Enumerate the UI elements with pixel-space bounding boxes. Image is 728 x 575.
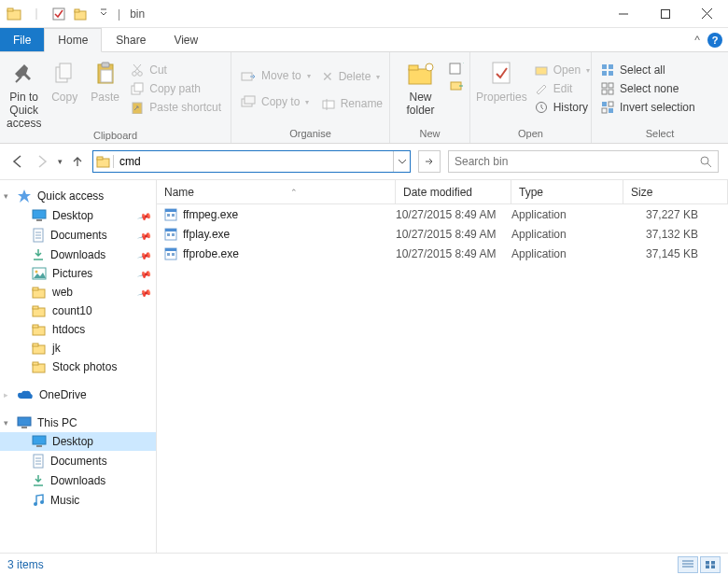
pin-icon: 📌 (137, 228, 152, 243)
svg-point-83 (40, 500, 44, 504)
edit-button[interactable]: Edit (531, 80, 594, 97)
new-item-icon[interactable]: ＊ (449, 62, 464, 75)
music-icon (32, 493, 45, 508)
copy-path-button[interactable]: Copy path (127, 80, 225, 97)
svg-rect-45 (609, 90, 613, 94)
sidebar-item-web[interactable]: web📌 (0, 283, 156, 302)
file-row[interactable]: ffplay.exe10/27/2015 8:49 AMApplication3… (157, 224, 728, 244)
sidebar-item-count10[interactable]: count10 (0, 302, 156, 320)
exe-icon (164, 247, 177, 260)
maximize-button[interactable] (644, 1, 686, 27)
sidebar-item-pictures[interactable]: Pictures📌 (0, 264, 156, 283)
svg-rect-95 (172, 253, 175, 256)
file-list: Name⌃ Date modified Type Size ffmpeg.exe… (157, 180, 728, 553)
qat-newfolder-icon[interactable] (71, 4, 91, 24)
sidebar-item-downloads[interactable]: Downloads (0, 471, 156, 490)
expander-icon[interactable]: ▸ (4, 390, 8, 400)
sidebar-onedrive[interactable]: ▸OneDrive (0, 386, 156, 404)
expander-icon[interactable]: ▾ (4, 191, 8, 201)
move-to-button[interactable]: Move to▾ (237, 67, 315, 84)
rename-button[interactable]: Rename (318, 95, 386, 112)
column-type[interactable]: Type (511, 180, 623, 203)
sidebar-item-desktop[interactable]: Desktop (0, 432, 156, 451)
qat-properties-icon[interactable] (49, 4, 69, 24)
navigation-pane[interactable]: ▾Quick access Desktop📌Documents📌Download… (0, 180, 157, 553)
sidebar-quick-access[interactable]: ▾Quick access (0, 186, 156, 206)
view-large-icons-button[interactable] (700, 556, 721, 573)
address-folder-icon[interactable] (93, 155, 114, 168)
ribbon: Pin to Quick access Copy Paste Cut Copy … (0, 52, 728, 144)
pin-icon: 📌 (137, 285, 152, 300)
column-headers[interactable]: Name⌃ Date modified Type Size (157, 180, 728, 204)
tab-share[interactable]: Share (102, 28, 160, 51)
folder-icon (32, 304, 47, 317)
history-icon (535, 101, 548, 114)
new-folder-button[interactable]: New folder (396, 58, 445, 118)
sidebar-item-downloads[interactable]: Downloads📌 (0, 245, 156, 264)
delete-icon: ✕ (322, 69, 333, 84)
view-details-button[interactable] (678, 556, 698, 573)
svg-rect-32 (450, 63, 460, 74)
search-box[interactable] (448, 150, 719, 173)
column-name[interactable]: Name⌃ (157, 180, 396, 203)
sidebar-item-stock-photos[interactable]: Stock photos (0, 358, 156, 376)
copy-button[interactable]: Copy (46, 58, 82, 105)
file-rows[interactable]: ffmpeg.exe10/27/2015 8:49 AMApplication3… (157, 204, 728, 553)
expander-icon[interactable]: ▾ (4, 418, 8, 428)
easy-access-icon[interactable] (449, 78, 464, 91)
sidebar-this-pc[interactable]: ▾This PC (0, 414, 156, 432)
sidebar-item-documents[interactable]: Documents (0, 451, 156, 471)
properties-button[interactable]: Properties (476, 58, 527, 105)
svg-point-82 (34, 502, 37, 506)
up-button[interactable] (70, 154, 85, 169)
svg-rect-44 (602, 90, 607, 94)
go-button[interactable] (418, 150, 441, 173)
qat-folder-icon[interactable] (4, 4, 24, 24)
svg-rect-1 (7, 8, 13, 11)
invert-selection-button[interactable]: Invert selection (597, 99, 699, 116)
forward-button[interactable] (34, 153, 50, 170)
address-bar[interactable] (92, 150, 411, 173)
sidebar-item-music[interactable]: Music (0, 490, 156, 511)
titlebar: | bin (0, 0, 728, 28)
svg-rect-91 (172, 233, 175, 236)
sidebar-item-documents[interactable]: Documents📌 (0, 225, 156, 245)
help-icon[interactable]: ? (707, 33, 722, 48)
history-button[interactable]: History (531, 99, 594, 116)
file-menu[interactable]: File (0, 28, 44, 51)
tab-view[interactable]: View (160, 28, 212, 51)
pin-label: Pin to Quick access (6, 91, 42, 130)
paste-button[interactable]: Paste (87, 58, 123, 105)
select-all-button[interactable]: Select all (597, 62, 699, 78)
search-icon[interactable] (699, 155, 712, 168)
tab-home[interactable]: Home (44, 28, 102, 52)
address-dropdown[interactable] (393, 151, 410, 172)
back-button[interactable] (9, 153, 26, 170)
column-size[interactable]: Size (623, 180, 728, 203)
svg-rect-15 (102, 63, 109, 67)
file-row[interactable]: ffmpeg.exe10/27/2015 8:49 AMApplication3… (157, 204, 728, 224)
sidebar-item-jk[interactable]: jk (0, 339, 156, 358)
svg-rect-41 (609, 71, 613, 76)
close-button[interactable] (686, 1, 728, 27)
qat-customize-dropdown[interactable] (93, 4, 114, 24)
paste-shortcut-button[interactable]: Paste shortcut (127, 99, 225, 116)
minimize-button[interactable] (602, 1, 644, 27)
search-input[interactable] (455, 155, 699, 168)
select-none-button[interactable]: Select none (597, 80, 699, 97)
recent-dropdown[interactable]: ▾ (58, 157, 63, 166)
cut-button[interactable]: Cut (127, 62, 225, 78)
column-date[interactable]: Date modified (396, 180, 511, 203)
pin-to-quick-access-button[interactable]: Pin to Quick access (6, 58, 42, 130)
delete-button[interactable]: ✕Delete▾ (318, 67, 386, 86)
open-button[interactable]: Open▾ (531, 62, 594, 78)
svg-rect-42 (602, 83, 607, 88)
copy-to-button[interactable]: Copy to▾ (237, 93, 315, 110)
svg-rect-40 (602, 71, 607, 76)
sidebar-item-desktop[interactable]: Desktop📌 (0, 206, 156, 225)
sidebar-item-htdocs[interactable]: htdocs (0, 320, 156, 339)
folder-icon (32, 323, 47, 336)
ribbon-collapse-icon[interactable]: ­­^ (694, 34, 700, 47)
file-row[interactable]: ffprobe.exe10/27/2015 8:49 AMApplication… (157, 244, 728, 263)
address-input[interactable] (114, 151, 393, 172)
